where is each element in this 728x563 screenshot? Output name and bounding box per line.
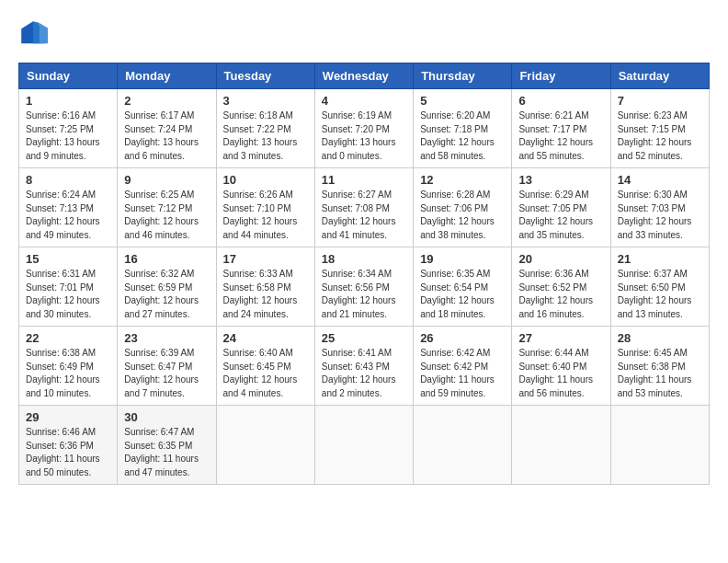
day-number: 7 — [618, 94, 702, 108]
calendar-cell: 30Sunrise: 6:47 AM Sunset: 6:35 PM Dayli… — [118, 406, 216, 485]
day-number: 13 — [518, 173, 603, 187]
day-info: Sunrise: 6:47 AM Sunset: 6:35 PM Dayligh… — [124, 426, 209, 479]
calendar-cell: 5Sunrise: 6:20 AM Sunset: 7:18 PM Daylig… — [414, 89, 512, 168]
calendar-cell: 3Sunrise: 6:18 AM Sunset: 7:22 PM Daylig… — [216, 89, 314, 168]
calendar-cell: 2Sunrise: 6:17 AM Sunset: 7:24 PM Daylig… — [118, 89, 216, 168]
calendar-cell: 12Sunrise: 6:28 AM Sunset: 7:06 PM Dayli… — [414, 168, 512, 247]
calendar-header-monday: Monday — [118, 63, 216, 89]
day-info: Sunrise: 6:30 AM Sunset: 7:03 PM Dayligh… — [618, 189, 702, 242]
calendar-header-friday: Friday — [512, 63, 610, 89]
calendar-header-tuesday: Tuesday — [216, 63, 314, 89]
calendar-cell: 27Sunrise: 6:44 AM Sunset: 6:40 PM Dayli… — [512, 327, 610, 406]
calendar-cell: 14Sunrise: 6:30 AM Sunset: 7:03 PM Dayli… — [610, 168, 709, 247]
day-number: 23 — [124, 331, 209, 345]
calendar-cell — [314, 406, 413, 485]
calendar-cell: 15Sunrise: 6:31 AM Sunset: 7:01 PM Dayli… — [19, 247, 118, 327]
svg-marker-2 — [33, 21, 39, 43]
day-number: 24 — [223, 331, 308, 345]
day-info: Sunrise: 6:29 AM Sunset: 7:05 PM Dayligh… — [518, 189, 603, 242]
day-info: Sunrise: 6:20 AM Sunset: 7:18 PM Dayligh… — [420, 109, 505, 163]
day-number: 18 — [322, 252, 406, 266]
day-info: Sunrise: 6:34 AM Sunset: 6:56 PM Dayligh… — [322, 268, 406, 321]
calendar-cell: 21Sunrise: 6:37 AM Sunset: 6:50 PM Dayli… — [610, 247, 709, 327]
calendar-cell: 4Sunrise: 6:19 AM Sunset: 7:20 PM Daylig… — [314, 89, 413, 168]
day-number: 11 — [322, 173, 406, 187]
day-number: 12 — [420, 173, 505, 187]
calendar-header-sunday: Sunday — [19, 63, 118, 89]
day-number: 3 — [223, 94, 308, 108]
day-number: 25 — [322, 331, 406, 345]
calendar-week-1: 1Sunrise: 6:16 AM Sunset: 7:25 PM Daylig… — [19, 89, 710, 168]
day-number: 8 — [26, 173, 110, 187]
day-info: Sunrise: 6:27 AM Sunset: 7:08 PM Dayligh… — [322, 189, 406, 242]
calendar-cell: 26Sunrise: 6:42 AM Sunset: 6:42 PM Dayli… — [414, 327, 512, 406]
day-number: 26 — [420, 331, 505, 345]
calendar-cell: 20Sunrise: 6:36 AM Sunset: 6:52 PM Dayli… — [512, 247, 610, 327]
calendar-cell: 18Sunrise: 6:34 AM Sunset: 6:56 PM Dayli… — [314, 247, 413, 327]
logo — [18, 18, 53, 48]
calendar-cell: 22Sunrise: 6:38 AM Sunset: 6:49 PM Dayli… — [19, 327, 118, 406]
calendar-cell: 7Sunrise: 6:23 AM Sunset: 7:15 PM Daylig… — [610, 89, 709, 168]
day-number: 2 — [124, 94, 209, 108]
day-number: 21 — [618, 252, 702, 266]
calendar-header-wednesday: Wednesday — [314, 63, 413, 89]
calendar-header-saturday: Saturday — [610, 63, 709, 89]
day-info: Sunrise: 6:38 AM Sunset: 6:49 PM Dayligh… — [26, 347, 110, 400]
calendar-cell: 29Sunrise: 6:46 AM Sunset: 6:36 PM Dayli… — [19, 406, 118, 485]
day-info: Sunrise: 6:17 AM Sunset: 7:24 PM Dayligh… — [124, 109, 209, 163]
day-number: 27 — [518, 331, 603, 345]
calendar-cell: 17Sunrise: 6:33 AM Sunset: 6:58 PM Dayli… — [216, 247, 314, 327]
calendar-header-thursday: Thursday — [414, 63, 512, 89]
calendar-cell: 10Sunrise: 6:26 AM Sunset: 7:10 PM Dayli… — [216, 168, 314, 247]
day-info: Sunrise: 6:31 AM Sunset: 7:01 PM Dayligh… — [26, 268, 110, 321]
calendar-week-4: 22Sunrise: 6:38 AM Sunset: 6:49 PM Dayli… — [19, 327, 710, 406]
day-info: Sunrise: 6:16 AM Sunset: 7:25 PM Dayligh… — [26, 109, 110, 163]
day-info: Sunrise: 6:19 AM Sunset: 7:20 PM Dayligh… — [322, 109, 406, 163]
day-info: Sunrise: 6:25 AM Sunset: 7:12 PM Dayligh… — [124, 189, 209, 242]
day-info: Sunrise: 6:44 AM Sunset: 6:40 PM Dayligh… — [518, 347, 603, 400]
calendar-cell — [414, 406, 512, 485]
svg-marker-1 — [39, 23, 48, 43]
day-info: Sunrise: 6:39 AM Sunset: 6:47 PM Dayligh… — [124, 347, 209, 400]
day-number: 16 — [124, 252, 209, 266]
calendar-week-2: 8Sunrise: 6:24 AM Sunset: 7:13 PM Daylig… — [19, 168, 710, 247]
calendar-cell — [610, 406, 709, 485]
logo-icon — [18, 18, 48, 48]
day-info: Sunrise: 6:23 AM Sunset: 7:15 PM Dayligh… — [618, 109, 702, 163]
calendar-cell: 1Sunrise: 6:16 AM Sunset: 7:25 PM Daylig… — [19, 89, 118, 168]
day-info: Sunrise: 6:33 AM Sunset: 6:58 PM Dayligh… — [223, 268, 308, 321]
calendar-cell: 11Sunrise: 6:27 AM Sunset: 7:08 PM Dayli… — [314, 168, 413, 247]
day-number: 15 — [26, 252, 110, 266]
day-number: 19 — [420, 252, 505, 266]
calendar-week-3: 15Sunrise: 6:31 AM Sunset: 7:01 PM Dayli… — [19, 247, 710, 327]
calendar-table: SundayMondayTuesdayWednesdayThursdayFrid… — [18, 63, 710, 485]
calendar-cell — [216, 406, 314, 485]
calendar-header-row: SundayMondayTuesdayWednesdayThursdayFrid… — [19, 63, 710, 89]
day-info: Sunrise: 6:42 AM Sunset: 6:42 PM Dayligh… — [420, 347, 505, 400]
page-header — [18, 18, 710, 48]
day-number: 9 — [124, 173, 209, 187]
calendar-cell: 25Sunrise: 6:41 AM Sunset: 6:43 PM Dayli… — [314, 327, 413, 406]
day-number: 4 — [322, 94, 406, 108]
day-number: 29 — [26, 410, 110, 424]
calendar-cell: 9Sunrise: 6:25 AM Sunset: 7:12 PM Daylig… — [118, 168, 216, 247]
day-info: Sunrise: 6:36 AM Sunset: 6:52 PM Dayligh… — [518, 268, 603, 321]
day-info: Sunrise: 6:37 AM Sunset: 6:50 PM Dayligh… — [618, 268, 702, 321]
day-info: Sunrise: 6:40 AM Sunset: 6:45 PM Dayligh… — [223, 347, 308, 400]
day-info: Sunrise: 6:28 AM Sunset: 7:06 PM Dayligh… — [420, 189, 505, 242]
day-info: Sunrise: 6:45 AM Sunset: 6:38 PM Dayligh… — [618, 347, 702, 400]
day-number: 5 — [420, 94, 505, 108]
day-info: Sunrise: 6:24 AM Sunset: 7:13 PM Dayligh… — [26, 189, 110, 242]
day-info: Sunrise: 6:46 AM Sunset: 6:36 PM Dayligh… — [26, 426, 110, 479]
calendar-body: 1Sunrise: 6:16 AM Sunset: 7:25 PM Daylig… — [19, 89, 710, 485]
day-info: Sunrise: 6:41 AM Sunset: 6:43 PM Dayligh… — [322, 347, 406, 400]
calendar-cell: 13Sunrise: 6:29 AM Sunset: 7:05 PM Dayli… — [512, 168, 610, 247]
day-number: 17 — [223, 252, 308, 266]
day-info: Sunrise: 6:35 AM Sunset: 6:54 PM Dayligh… — [420, 268, 505, 321]
calendar-cell — [512, 406, 610, 485]
calendar-cell: 19Sunrise: 6:35 AM Sunset: 6:54 PM Dayli… — [414, 247, 512, 327]
day-number: 28 — [618, 331, 702, 345]
day-info: Sunrise: 6:32 AM Sunset: 6:59 PM Dayligh… — [124, 268, 209, 321]
day-number: 14 — [618, 173, 702, 187]
calendar-week-5: 29Sunrise: 6:46 AM Sunset: 6:36 PM Dayli… — [19, 406, 710, 485]
